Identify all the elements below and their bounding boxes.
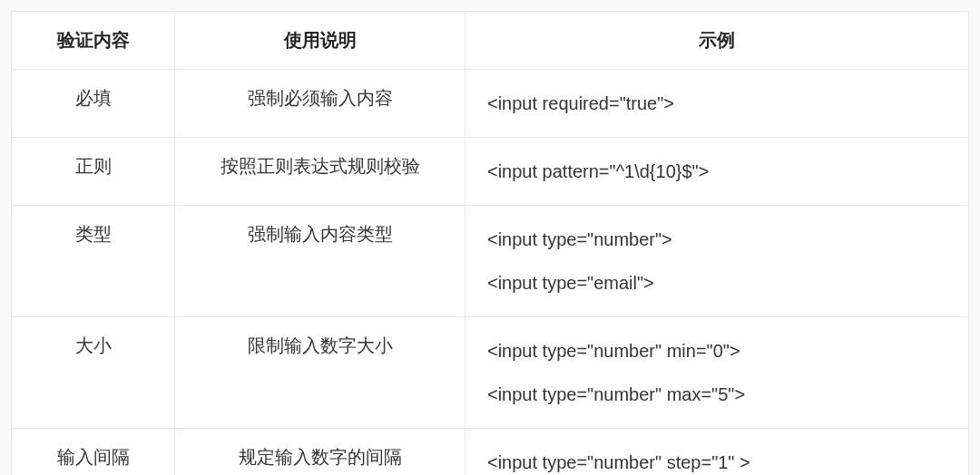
cell-content: 必填 (12, 70, 175, 138)
table-row: 输入间隔 规定输入数字的间隔 <input type="number" step… (12, 429, 969, 476)
table-body: 必填 强制必须输入内容 <input required="true"> 正则 按… (12, 70, 969, 476)
header-desc: 使用说明 (175, 12, 466, 70)
example-code: <input type="email"> (487, 266, 946, 300)
example-code: <input pattern="^1\d{10}$"> (487, 154, 946, 189)
cell-example: <input type="number" min="0"> <input typ… (466, 317, 969, 429)
cell-desc: 强制必须输入内容 (175, 70, 466, 138)
cell-example: <input type="number"> <input type="email… (466, 206, 969, 317)
example-code: <input type="number" min="0"> (487, 334, 946, 368)
cell-example: <input type="number" step="1" > (466, 429, 969, 476)
cell-content: 输入间隔 (12, 429, 175, 476)
example-code: <input type="number" step="1" > (487, 445, 946, 475)
header-example: 示例 (466, 12, 969, 70)
cell-example: <input required="true"> (466, 70, 969, 138)
cell-desc: 限制输入数字大小 (175, 317, 466, 429)
cell-content: 正则 (12, 138, 175, 206)
table-header-row: 验证内容 使用说明 示例 (12, 12, 969, 70)
table-row: 正则 按照正则表达式规则校验 <input pattern="^1\d{10}$… (12, 138, 969, 206)
cell-desc: 强制输入内容类型 (175, 206, 466, 317)
header-content: 验证内容 (12, 12, 175, 70)
table-row: 类型 强制输入内容类型 <input type="number"> <input… (12, 206, 969, 317)
example-code: <input type="number"> (487, 222, 946, 257)
validation-rules-table: 验证内容 使用说明 示例 必填 强制必须输入内容 <input required… (11, 11, 969, 475)
cell-desc: 规定输入数字的间隔 (175, 429, 466, 476)
table-row: 必填 强制必须输入内容 <input required="true"> (12, 70, 969, 138)
cell-desc: 按照正则表达式规则校验 (175, 138, 466, 206)
cell-content: 大小 (12, 317, 175, 429)
cell-example: <input pattern="^1\d{10}$"> (466, 138, 969, 206)
example-code: <input type="number" max="5"> (487, 377, 946, 412)
cell-content: 类型 (12, 206, 175, 317)
table-row: 大小 限制输入数字大小 <input type="number" min="0"… (12, 317, 969, 429)
example-code: <input required="true"> (487, 86, 946, 121)
